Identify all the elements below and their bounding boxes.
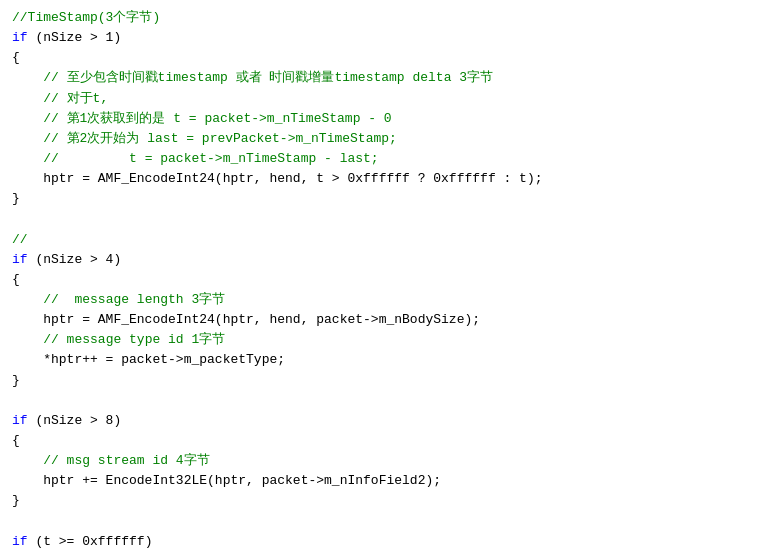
code-line: // 对于t, [12,89,770,109]
code-line [12,512,770,532]
code-line: if (nSize > 1) [12,28,770,48]
code-line: // t = packet->m_nTimeStamp - last; [12,149,770,169]
code-line: if (nSize > 4) [12,250,770,270]
code-line: // msg stream id 4字节 [12,451,770,471]
code-line [12,391,770,411]
code-line: } [12,371,770,391]
code-line [12,209,770,229]
code-line: // [12,230,770,250]
code-line: { [12,48,770,68]
code-line: { [12,270,770,290]
code-line: // 第1次获取到的是 t = packet->m_nTimeStamp - 0 [12,109,770,129]
code-line: // 至少包含时间戳timestamp 或者 时间戳增量timestamp de… [12,68,770,88]
code-line: //TimeStamp(3个字节) [12,8,770,28]
code-line: // 第2次开始为 last = prevPacket->m_nTimeStam… [12,129,770,149]
code-line: // message type id 1字节 [12,330,770,350]
code-line: } [12,491,770,511]
code-viewer: //TimeStamp(3个字节)if (nSize > 1){ // 至少包含… [12,8,770,549]
code-line: { [12,431,770,451]
code-line: // message length 3字节 [12,290,770,310]
code-line: hptr += EncodeInt32LE(hptr, packet->m_nI… [12,471,770,491]
code-line: hptr = AMF_EncodeInt24(hptr, hend, packe… [12,310,770,330]
code-line: if (nSize > 8) [12,411,770,431]
code-line: *hptr++ = packet->m_packetType; [12,350,770,370]
code-line: } [12,189,770,209]
code-line: if (t >= 0xffffff) [12,532,770,549]
code-line: hptr = AMF_EncodeInt24(hptr, hend, t > 0… [12,169,770,189]
